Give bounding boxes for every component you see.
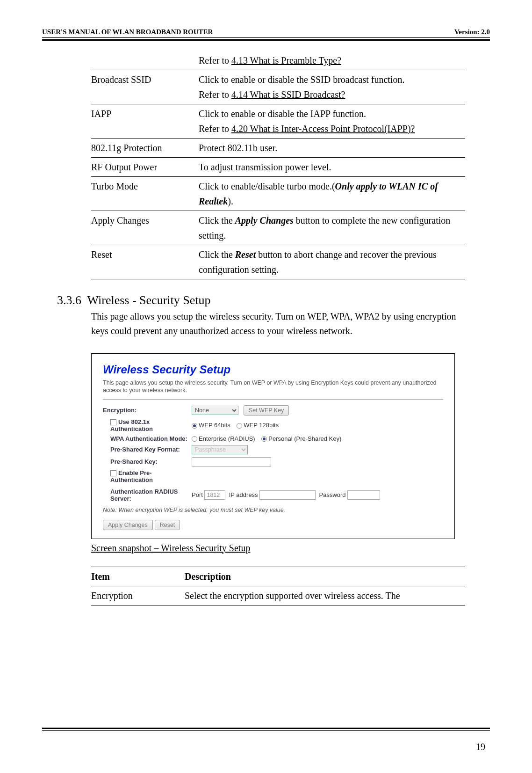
label-radius: Authentication RADIUS Server:	[103, 488, 192, 502]
psk-format-select[interactable]: Passphrase	[192, 445, 248, 454]
link-ssid-broadcast[interactable]: 4.14 What is SSID Broadcast?	[231, 89, 345, 100]
header-rule	[42, 37, 490, 41]
table-row: IAPP Click to enable or disable the IAPP…	[91, 104, 465, 139]
psk-input[interactable]	[192, 457, 271, 467]
shot-title: Wireless Security Setup	[103, 363, 443, 376]
table-row: Turbo Mode Click to enable/disable turbo…	[91, 177, 465, 211]
table-row: Apply Changes Click the Apply Changes bu…	[91, 211, 465, 245]
screenshot-caption: Screen snapshot – Wireless Security Setu…	[91, 543, 490, 554]
label-psk-format: Pre-Shared Key Format:	[103, 446, 192, 453]
label-encryption: Encryption:	[103, 407, 192, 414]
screenshot-wireless-security: Wireless Security Setup This page allows…	[91, 353, 455, 539]
table-row: Refer to 4.13 What is Preamble Type?	[91, 51, 465, 70]
link-iapp[interactable]: 4.20 What is Inter-Access Point Protocol…	[231, 124, 415, 134]
encryption-select[interactable]: None	[192, 406, 238, 415]
radio-wep64[interactable]	[192, 423, 197, 429]
table-row: RF Output Power To adjust transmission p…	[91, 158, 465, 177]
table-row: Encryption Select the encryption support…	[91, 586, 465, 605]
label-psk: Pre-Shared Key:	[103, 458, 192, 465]
section-heading: 3.3.6 Wireless - Security Setup	[57, 293, 490, 307]
radius-port-input[interactable]	[204, 490, 225, 500]
radius-password-input[interactable]	[347, 490, 380, 500]
link-preamble[interactable]: 4.13 What is Preamble Type?	[231, 55, 341, 66]
checkbox-8021x[interactable]	[110, 419, 116, 425]
header-right: Version: 2.0	[454, 28, 490, 36]
table-row: Reset Click the Reset button to abort ch…	[91, 245, 465, 279]
label-8021x: Use 802.1x Authentication	[103, 418, 192, 432]
shot-desc: This page allows you setup the wireless …	[103, 379, 443, 394]
description-table: Item Description Encryption Select the e…	[91, 567, 465, 605]
set-wep-key-button[interactable]: Set WEP Key	[244, 405, 289, 416]
radio-personal[interactable]	[261, 436, 267, 442]
table-row: 802.11g Protection Protect 802.11b user.	[91, 139, 465, 158]
header-left: USER'S MANUAL OF WLAN BROADBAND ROUTER	[42, 28, 213, 36]
table-row: Broadcast SSID Click to enable or disabl…	[91, 70, 465, 104]
desc-header-item: Item	[91, 567, 185, 586]
radio-enterprise[interactable]	[192, 436, 197, 442]
checkbox-preauth[interactable]	[110, 470, 116, 476]
desc-header-description: Description	[185, 567, 465, 586]
page-number: 19	[476, 742, 485, 752]
settings-table: Refer to 4.13 What is Preamble Type? Bro…	[91, 51, 465, 279]
shot-note: Note: When encryption WEP is selected, y…	[103, 507, 443, 513]
radio-wep128[interactable]	[237, 423, 242, 429]
footer-rule	[42, 728, 490, 731]
label-wpa-mode: WPA Authentication Mode:	[103, 435, 192, 442]
reset-button[interactable]: Reset	[155, 520, 180, 530]
radius-ip-input[interactable]	[259, 490, 316, 500]
label-preauth: Enable Pre-Authentication	[103, 469, 192, 483]
apply-changes-button[interactable]: Apply Changes	[103, 520, 153, 530]
divider	[103, 399, 443, 400]
section-intro: This page allows you setup the wireless …	[91, 309, 470, 338]
